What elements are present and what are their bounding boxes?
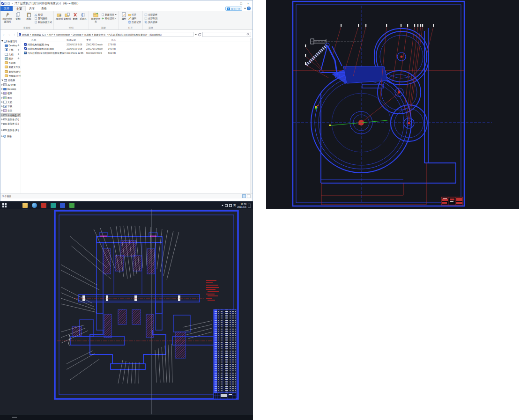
expand-icon[interactable] [1,114,3,116]
paste-shortcut-button[interactable]: 粘贴快捷方式 [34,20,52,24]
sidebar-item-folder[interactable]: 新型电磁引线机构 [0,69,21,74]
tray-network-icon[interactable] [225,204,228,207]
taskbar-clock[interactable]: 11:58 2021/1/1 [238,203,246,208]
expand-icon[interactable] [1,40,3,42]
taskbar-app-green-icon[interactable] [69,203,74,208]
sidebar-item-pictures[interactable]: 图片 [0,56,21,60]
breadcrumb-item[interactable]: 新建文件夹 [94,33,106,36]
sidebar-item-drive-f[interactable]: 新加卷 (F:) [0,128,21,132]
breadcrumb-item[interactable]: Administrator [56,33,70,36]
expand-icon[interactable] [1,110,3,111]
sidebar-item-drive-c[interactable]: 本地磁盘 (C:) [0,113,21,117]
sidebar-item-network[interactable]: 网络 [0,134,21,138]
vertical-scrollbar[interactable] [250,38,253,193]
up-button[interactable]: ↑ [12,33,16,36]
thumbnail-view-icon[interactable] [247,194,251,198]
notification-center-icon[interactable] [248,204,251,207]
expand-icon[interactable] [1,88,3,90]
column-name[interactable]: 名称 [21,38,67,41]
refresh-icon[interactable] [198,33,201,37]
expand-icon[interactable] [1,101,3,103]
copy-path-button[interactable]: 复制路径 [34,16,52,20]
breadcrumb-item[interactable]: 九易图 [84,33,91,36]
sidebar-item-desktop[interactable]: Desktop [0,87,21,91]
netdisk-upload-button[interactable]: 极速上传 [225,7,242,11]
copy-button[interactable]: 复制 [13,12,23,21]
tab-share[interactable]: 共享 [26,6,38,11]
open-button[interactable]: 打开 [128,13,141,16]
sidebar-item-documents[interactable]: 文档 [0,52,21,56]
cad-command-bar[interactable] [0,414,253,420]
sidebar-item-videos[interactable]: 视频 [0,91,21,96]
breadcrumb-item-current[interactable]: 汽车起重机(车顶灯)回转机构装置设计（有cad图纸） [109,33,163,36]
cut-button[interactable]: 剪切 [34,13,52,16]
qat-button-icon[interactable] [7,2,10,5]
new-item-button[interactable]: 新建项目 [101,13,117,16]
move-to-button[interactable]: 移动到 [55,12,63,21]
expand-icon[interactable] [1,123,3,125]
new-folder-button[interactable]: 新建文件夹 [90,12,101,23]
minimize-button[interactable]: – [230,1,238,6]
properties-button[interactable]: 属性 [120,12,128,21]
breadcrumb-item[interactable]: Desktop [73,33,81,36]
details-view-icon[interactable] [242,194,246,198]
sidebar-item-downloads[interactable]: 下载 [0,48,21,52]
expand-icon[interactable] [1,129,3,131]
file-row[interactable]: 回转机构装配图总成.dwg 2006/6/19 9:08 ZWCAD Drawi… [21,46,253,51]
start-button[interactable] [0,201,8,209]
qat-dropdown-icon[interactable] [11,3,13,4]
column-size[interactable]: 大小 [103,38,117,41]
expand-icon[interactable] [1,92,3,94]
file-row[interactable]: 回转机构装配图.dwg 2006/6/19 9:08 ZWCAD Drawing… [21,42,253,46]
address-dropdown-icon[interactable] [195,34,197,35]
select-none-button[interactable]: 全部取消 [144,16,157,20]
taskbar-app-teal-icon[interactable] [51,203,56,208]
select-all-button[interactable]: 全部选择 [144,13,157,16]
expand-icon[interactable] [1,105,3,107]
tray-volume-icon[interactable] [229,204,232,207]
qat-button-icon[interactable] [4,2,7,5]
back-button[interactable]: ← [2,33,6,36]
tray-expand-icon[interactable] [222,205,223,206]
sidebar-item-downloads[interactable]: 下载 [0,104,21,108]
maximize-button[interactable]: □ [238,1,245,6]
tab-file[interactable]: 文件 [0,6,13,11]
pin-to-quick-access-button[interactable]: 固定到快速访问 [2,12,13,23]
taskbar-browser-icon[interactable] [32,203,37,208]
sidebar-item-pictures[interactable]: 图片 [0,96,21,100]
ribbon-collapse-icon[interactable] [244,7,246,9]
breadcrumb-item[interactable]: 此电脑 [22,33,29,36]
sidebar-item-drive-e[interactable]: 新加卷 (E:) [0,122,21,126]
taskbar-explorer-icon[interactable] [22,203,28,208]
expand-icon[interactable] [1,97,3,99]
column-type[interactable]: 类型 [86,38,103,41]
search-input[interactable] [202,32,251,37]
taskbar-zwcad-icon[interactable] [60,203,65,208]
ime-indicator[interactable]: 英 [233,204,236,207]
expand-icon[interactable] [1,118,3,120]
column-date[interactable]: 修改日期 [67,38,86,41]
expand-icon[interactable] [1,80,3,81]
history-button[interactable]: 历史记录 [128,20,141,24]
sidebar-item-music[interactable]: 音乐 [0,109,21,113]
expand-icon[interactable] [1,135,3,137]
breadcrumb-item[interactable]: 用户 [49,33,53,36]
sidebar-item-folder[interactable]: 九易图 [0,60,21,65]
expand-icon[interactable] [1,84,3,86]
quick-access-toolbar[interactable] [4,2,13,5]
forward-button[interactable]: → [7,33,11,36]
close-button[interactable]: × [245,1,252,6]
taskbar-app-red-icon[interactable] [41,203,46,208]
sidebar-item-documents[interactable]: 文档 [0,100,21,104]
help-icon[interactable]: ? [247,7,251,10]
breadcrumb-item[interactable]: 本地磁盘 (C:) [32,33,46,36]
breadcrumb[interactable]: 此电脑 本地磁盘 (C:) 用户 Administrator Desktop 九… [17,32,193,37]
sidebar-item-drive-d[interactable]: 新加卷 (D:) [0,117,21,121]
sidebar-item-folder[interactable]: 新建文件夹 [0,65,21,69]
invert-selection-button[interactable]: 反向选择 [144,20,157,24]
sidebar-section-quick-access[interactable]: 快速访问 [0,39,21,43]
sidebar-item-desktop[interactable]: Desktop [0,43,21,47]
copy-to-button[interactable]: 复制到 [63,12,71,21]
tab-view[interactable]: 查看 [38,6,50,11]
easy-access-button[interactable]: 轻松访问 [101,16,117,20]
